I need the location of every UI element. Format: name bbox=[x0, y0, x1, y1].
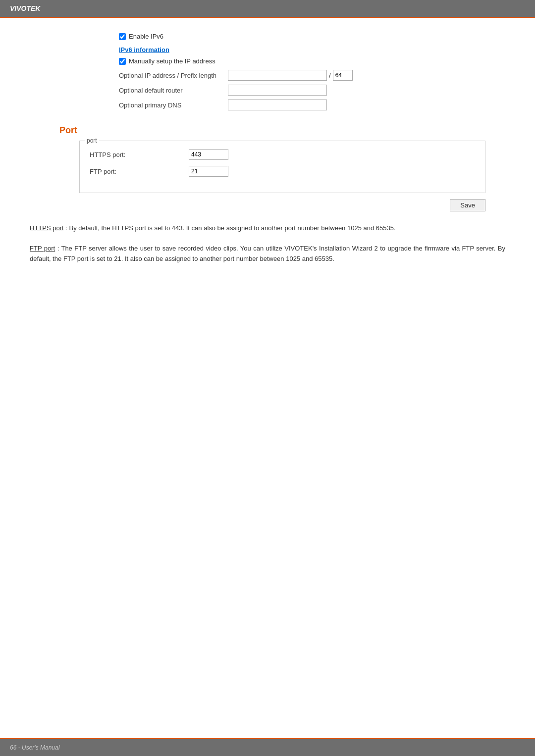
default-router-label: Optional default router bbox=[119, 87, 228, 94]
https-port-row: HTTPS port: bbox=[90, 149, 475, 160]
manually-setup-row: Manually setup the IP address bbox=[119, 57, 505, 65]
https-note: HTTPS port : By default, the HTTPS port … bbox=[30, 223, 505, 234]
https-note-text: : By default, the HTTPS port is set to 4… bbox=[65, 224, 395, 232]
ipv6-info-link[interactable]: IPv6 information bbox=[119, 46, 169, 53]
ip-prefix-label: Optional IP address / Prefix length bbox=[119, 72, 228, 79]
ipv6-section: Enable IPv6 IPv6 information Manually se… bbox=[30, 33, 505, 110]
ipv6-info-link-row: IPv6 information bbox=[119, 46, 505, 57]
port-box-legend: port bbox=[85, 137, 99, 144]
port-section: Port port HTTPS port: FTP port: Save bbox=[30, 125, 505, 211]
primary-dns-field-row: Optional primary DNS bbox=[119, 100, 505, 110]
header-bar: VIVOTEK bbox=[0, 0, 535, 18]
ftp-port-label: FTP port: bbox=[90, 168, 189, 175]
ftp-note-label: FTP port bbox=[30, 245, 55, 252]
https-port-label: HTTPS port: bbox=[90, 151, 189, 158]
save-button-row: Save bbox=[30, 199, 485, 211]
ip-address-input[interactable] bbox=[228, 70, 327, 81]
default-router-field-row: Optional default router bbox=[119, 85, 505, 96]
https-port-input[interactable] bbox=[189, 149, 228, 160]
save-button[interactable]: Save bbox=[450, 199, 485, 211]
ftp-note: FTP port : The FTP server allows the use… bbox=[30, 244, 505, 264]
ip-prefix-field-row: Optional IP address / Prefix length / bbox=[119, 70, 505, 81]
manually-setup-checkbox[interactable] bbox=[119, 58, 126, 65]
prefix-length-input[interactable] bbox=[333, 70, 353, 81]
default-router-input[interactable] bbox=[228, 85, 327, 96]
port-box: port HTTPS port: FTP port: bbox=[79, 141, 485, 193]
prefix-slash: / bbox=[329, 72, 331, 79]
ftp-note-text: : The FTP server allows the user to save… bbox=[30, 245, 505, 262]
primary-dns-input[interactable] bbox=[228, 100, 327, 110]
port-section-heading: Port bbox=[30, 125, 505, 136]
enable-ipv6-label: Enable IPv6 bbox=[129, 33, 163, 40]
notes-section: HTTPS port : By default, the HTTPS port … bbox=[30, 223, 505, 264]
footer-bar: 66 - User's Manual bbox=[0, 738, 535, 756]
footer-text: 66 - User's Manual bbox=[10, 744, 59, 751]
brand-logo: VIVOTEK bbox=[10, 4, 40, 12]
manually-setup-label: Manually setup the IP address bbox=[129, 57, 215, 65]
primary-dns-label: Optional primary DNS bbox=[119, 101, 228, 109]
main-content: Enable IPv6 IPv6 information Manually se… bbox=[0, 18, 535, 746]
enable-ipv6-checkbox[interactable] bbox=[119, 33, 126, 40]
ftp-port-row: FTP port: bbox=[90, 166, 475, 177]
enable-ipv6-row: Enable IPv6 bbox=[119, 33, 505, 40]
ftp-port-input[interactable] bbox=[189, 166, 228, 177]
https-note-label: HTTPS port bbox=[30, 224, 64, 232]
